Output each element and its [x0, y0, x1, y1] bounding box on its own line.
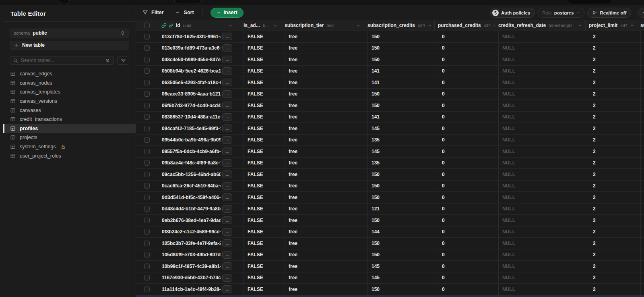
subscription-tier-cell[interactable]: free: [285, 146, 368, 157]
purchased-credits-cell[interactable]: 0: [438, 238, 499, 249]
clipped-right-cell[interactable]: NULL: [641, 226, 644, 238]
purchased-credits-cell[interactable]: 0: [438, 77, 499, 88]
row-checkbox[interactable]: [144, 103, 150, 108]
purchased-credits-cell[interactable]: 0: [438, 123, 499, 134]
is-admin-cell[interactable]: FALSE: [244, 238, 285, 249]
credits-refresh-date-cell[interactable]: NULL: [499, 215, 589, 226]
chevron-down-icon[interactable]: [271, 23, 278, 28]
expand-row-button[interactable]: →: [222, 44, 232, 52]
subscription-tier-cell[interactable]: free: [285, 158, 368, 169]
expand-row-button[interactable]: →: [222, 147, 232, 155]
row-checkbox[interactable]: [144, 206, 150, 212]
subscription-tier-cell[interactable]: free: [285, 43, 368, 54]
clipped-cell[interactable]: -c: [236, 66, 244, 77]
clipped-cell[interactable]: x: [236, 54, 244, 65]
sidebar-item-canvas_edges[interactable]: canvas_edges: [3, 69, 136, 79]
subscription-tier-cell[interactable]: free: [285, 89, 368, 100]
expand-row-button[interactable]: →: [222, 67, 232, 75]
row-checkbox[interactable]: [144, 57, 150, 62]
sidebar-item-canvas_nodes[interactable]: canvas_nodes: [3, 79, 136, 88]
is-admin-cell[interactable]: FALSE: [244, 100, 285, 111]
credits-refresh-date-cell[interactable]: NULL: [499, 31, 589, 42]
clipped-right-cell[interactable]: NULL: [641, 272, 644, 284]
new-table-button[interactable]: New table: [10, 41, 129, 50]
expand-row-button[interactable]: →: [222, 182, 232, 190]
expand-row-button[interactable]: →: [222, 33, 232, 40]
column-header-clipped-right[interactable]: su: [637, 20, 644, 31]
project-limit-cell[interactable]: 2: [589, 31, 641, 42]
subscription-credits-cell[interactable]: 145: [368, 261, 438, 272]
subscription-credits-cell[interactable]: 145: [368, 123, 438, 134]
purchased-credits-cell[interactable]: 0: [438, 181, 499, 192]
is-admin-cell[interactable]: FALSE: [244, 272, 285, 284]
column-header-clipped[interactable]: [236, 20, 240, 31]
credits-refresh-date-cell[interactable]: NULL: [499, 66, 589, 77]
subscription-tier-cell[interactable]: free: [285, 226, 368, 238]
chevron-down-icon[interactable]: [491, 23, 495, 28]
credits-refresh-date-cell[interactable]: NULL: [499, 100, 589, 111]
clipped-right-cell[interactable]: NULL: [641, 158, 644, 169]
subscription-tier-cell[interactable]: free: [285, 100, 368, 111]
expand-row-button[interactable]: →: [222, 251, 232, 259]
row-checkbox[interactable]: [144, 183, 150, 189]
project-limit-cell[interactable]: 2: [589, 169, 641, 180]
id-cell[interactable]: 0eb2b676-38ed-4ea7-9dad-38e6... →: [158, 215, 236, 226]
clipped-cell[interactable]: x: [236, 181, 244, 192]
expand-row-button[interactable]: →: [222, 79, 232, 86]
subscription-tier-cell[interactable]: free: [285, 272, 368, 284]
clipped-cell[interactable]: o: [236, 169, 244, 180]
expand-row-button[interactable]: →: [222, 125, 232, 132]
id-cell[interactable]: 105d8bf9-e703-49bd-807d-645e... →: [158, 249, 236, 261]
auth-policies-button[interactable]: 5 Auth policies: [490, 8, 535, 18]
id-cell[interactable]: 10b99c1f-4857-4c39-a8b1-263b8... →: [158, 261, 236, 272]
row-checkbox[interactable]: [144, 114, 150, 120]
subscription-tier-cell[interactable]: free: [285, 238, 368, 249]
project-limit-cell[interactable]: 2: [589, 238, 641, 249]
row-checkbox[interactable]: [144, 137, 150, 143]
id-cell[interactable]: 0508b94b-5ee2-4626-bca1-4bca... →: [158, 66, 236, 77]
sidebar-item-system_settings[interactable]: system_settings: [3, 142, 136, 152]
purchased-credits-cell[interactable]: 0: [438, 204, 499, 215]
clipped-cell[interactable]: x: [236, 77, 244, 88]
clipped-cell[interactable]: o(: [236, 226, 244, 238]
expand-row-button[interactable]: →: [222, 216, 232, 224]
id-cell[interactable]: 013cf78d-1625-43fc-9961-442189... →: [158, 31, 236, 42]
expand-row-button[interactable]: →: [222, 56, 232, 63]
row-checkbox[interactable]: [144, 68, 150, 74]
project-limit-cell[interactable]: 2: [589, 272, 641, 284]
subscription-credits-cell[interactable]: 150: [368, 169, 438, 180]
subscription-credits-cell[interactable]: 135: [368, 135, 438, 146]
subscription-tier-cell[interactable]: free: [285, 77, 368, 88]
subscription-tier-cell[interactable]: free: [285, 169, 368, 180]
project-limit-cell[interactable]: 2: [589, 158, 641, 169]
clipped-right-cell[interactable]: NULL: [641, 249, 644, 261]
row-checkbox[interactable]: [144, 126, 150, 131]
purchased-credits-cell[interactable]: 0: [438, 272, 499, 284]
purchased-credits-cell[interactable]: 0: [438, 226, 499, 238]
subscription-tier-cell[interactable]: free: [285, 31, 368, 42]
project-limit-cell[interactable]: 2: [589, 112, 641, 123]
column-header-id[interactable]: id uuid: [158, 20, 236, 31]
purchased-credits-cell[interactable]: 0: [438, 169, 499, 180]
subscription-credits-cell[interactable]: 150: [368, 54, 438, 65]
subscription-credits-cell[interactable]: 150: [368, 43, 438, 54]
project-limit-cell[interactable]: 2: [589, 204, 641, 215]
row-checkbox[interactable]: [144, 275, 150, 280]
expand-row-button[interactable]: →: [222, 102, 232, 109]
clipped-right-cell[interactable]: NULL: [641, 77, 644, 88]
credits-refresh-date-cell[interactable]: NULL: [499, 135, 589, 146]
is-admin-cell[interactable]: FALSE: [244, 43, 285, 54]
row-checkbox[interactable]: [144, 195, 150, 200]
is-admin-cell[interactable]: FALSE: [244, 192, 285, 203]
filter-button[interactable]: Filter: [142, 10, 164, 15]
purchased-credits-cell[interactable]: 0: [438, 43, 499, 54]
id-cell[interactable]: 0d48e4d4-b1bf-4479-9a8b-4a4b... →: [158, 204, 236, 215]
expand-row-button[interactable]: →: [222, 170, 232, 178]
role-select-button[interactable]: Role postgres: [537, 8, 585, 18]
expand-row-button[interactable]: →: [222, 239, 232, 247]
column-header-subscription-tier[interactable]: subscription_tier text: [281, 20, 364, 31]
subscription-credits-cell[interactable]: 150: [368, 215, 438, 226]
clipped-right-cell[interactable]: NULL: [641, 146, 644, 157]
row-checkbox[interactable]: [144, 264, 150, 269]
clipped-cell[interactable]: o: [236, 112, 244, 123]
